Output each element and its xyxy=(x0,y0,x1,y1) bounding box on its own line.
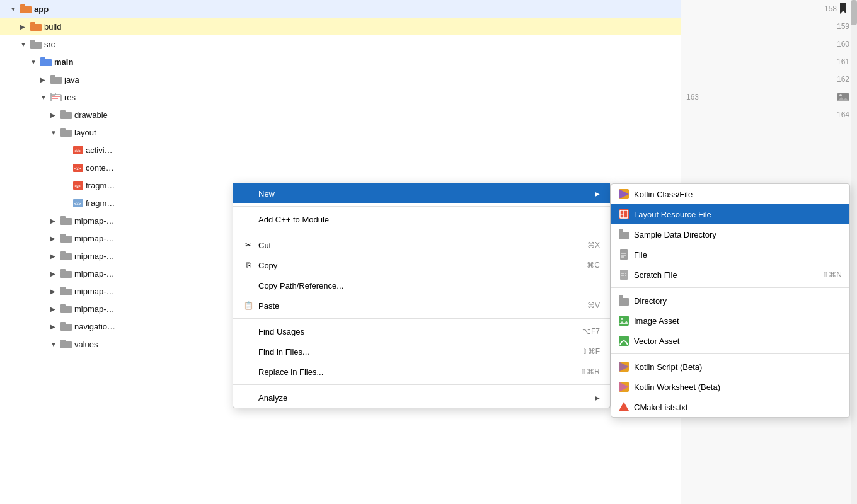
tree-item-java[interactable]: ▶ java xyxy=(0,71,681,88)
scrollbar-thumb[interactable] xyxy=(851,0,857,25)
menu-item-replace-files[interactable]: Replace in Files... ⇧⌘R xyxy=(233,362,610,382)
tree-label-java: java xyxy=(64,75,79,84)
svg-rect-7 xyxy=(40,57,45,60)
folder-icon-mipmap2 xyxy=(60,234,72,243)
arrow-mipmap2: ▶ xyxy=(50,235,60,242)
tree-item-app[interactable]: ▼ app xyxy=(0,0,681,18)
svg-rect-11 xyxy=(51,93,55,95)
tree-item-activi[interactable]: </> activi… xyxy=(0,141,681,159)
svg-rect-14 xyxy=(60,112,72,119)
paste-shortcut: ⌘V xyxy=(587,301,600,310)
arrow-java: ▶ xyxy=(40,76,50,83)
svg-rect-35 xyxy=(60,287,66,289)
svg-rect-15 xyxy=(60,110,66,113)
file-icon-conte: </> xyxy=(73,163,83,172)
folder-icon-mipmap3 xyxy=(60,251,72,260)
arrow-app: ▼ xyxy=(10,6,20,13)
submenu-vector-asset[interactable]: Vector Asset xyxy=(611,331,849,351)
arrow-mipmap6: ▶ xyxy=(50,306,60,312)
add-cpp-icon xyxy=(243,214,253,224)
svg-rect-29 xyxy=(60,234,66,236)
tree-item-drawable[interactable]: ▶ drawable xyxy=(0,106,681,123)
submenu-vector-asset-label: Vector Asset xyxy=(634,336,679,346)
svg-marker-42 xyxy=(840,3,846,14)
menu-find-usages-label: Find Usages xyxy=(258,327,304,336)
cut-icon: ✂ xyxy=(243,240,253,250)
submenu-directory-label: Directory xyxy=(634,296,667,306)
submenu-cmake-label: CMakeLists.txt xyxy=(634,403,687,412)
menu-cut-label: Cut xyxy=(258,241,271,250)
menu-item-new[interactable]: New xyxy=(233,183,610,203)
svg-point-64 xyxy=(621,318,623,320)
image-asset-icon xyxy=(619,316,629,326)
arrow-src: ▼ xyxy=(20,41,30,48)
submenu-layout-resource[interactable]: Layout Resource File xyxy=(611,204,849,224)
arrow-values: ▼ xyxy=(50,341,60,348)
file-icon-activi: </> xyxy=(73,146,83,154)
kotlin-script-icon xyxy=(619,362,629,372)
line-159: 159 xyxy=(681,18,857,35)
arrow-mipmap5: ▶ xyxy=(50,288,60,295)
layout-resource-icon xyxy=(619,209,629,219)
submenu-kotlin-worksheet[interactable]: Kotlin Worksheet (Beta) xyxy=(611,377,849,397)
tree-label-conte: conte… xyxy=(86,163,114,173)
menu-item-find-files[interactable]: Find in Files... ⇧⌘F xyxy=(233,341,610,362)
tree-label-values: values xyxy=(74,340,98,349)
context-menu: New Add C++ to Module ✂ Cut ⌘X ⎘ Copy ⌘C… xyxy=(233,183,611,408)
submenu-layout-resource-label: Layout Resource File xyxy=(634,210,711,219)
submenu-scratch-file[interactable]: Scratch File ⇧⌘N xyxy=(611,265,849,285)
submenu-file[interactable]: File xyxy=(611,244,849,265)
svg-rect-38 xyxy=(60,324,72,331)
submenu-kotlin-worksheet-label: Kotlin Worksheet (Beta) xyxy=(634,382,720,392)
submenu-sample-data[interactable]: Sample Data Directory xyxy=(611,224,849,244)
submenu-image-asset[interactable]: Image Asset xyxy=(611,311,849,331)
menu-item-paste[interactable]: 📋 Paste ⌘V xyxy=(233,295,610,316)
tree-label-main: main xyxy=(54,57,73,67)
line-161: 161 xyxy=(681,53,857,71)
tree-item-res[interactable]: ▼ res xyxy=(0,88,681,106)
svg-text:</>: </> xyxy=(74,166,81,171)
menu-item-cut[interactable]: ✂ Cut ⌘X xyxy=(233,235,610,255)
tree-label-mipmap2: mipmap-… xyxy=(74,234,115,243)
directory-icon xyxy=(619,295,629,306)
svg-rect-1 xyxy=(20,4,25,7)
line-164: 164 xyxy=(681,106,857,123)
menu-item-copy[interactable]: ⎘ Copy ⌘C xyxy=(233,255,610,275)
menu-item-analyze[interactable]: Analyze xyxy=(233,387,610,408)
svg-rect-53 xyxy=(619,229,623,232)
tree-item-conte[interactable]: </> conte… xyxy=(0,159,681,176)
scrollbar-track[interactable] xyxy=(851,0,857,504)
submenu-directory[interactable]: Directory xyxy=(611,290,849,311)
submenu-separator-1 xyxy=(611,287,849,288)
line-160: 160 xyxy=(681,35,857,53)
tree-item-build[interactable]: ▶ build xyxy=(0,18,681,35)
bookmark-icon xyxy=(837,3,849,15)
submenu-cmake[interactable]: CMakeLists.txt xyxy=(611,397,849,417)
menu-add-cpp-label: Add C++ to Module xyxy=(258,215,329,224)
svg-rect-41 xyxy=(60,340,66,342)
tree-item-layout[interactable]: ▼ layout xyxy=(0,123,681,141)
tree-label-mipmap4: mipmap-… xyxy=(74,269,115,278)
line-158: 158 xyxy=(681,0,857,18)
tree-label-layout: layout xyxy=(74,128,96,137)
tree-item-src[interactable]: ▼ src xyxy=(0,35,681,53)
kotlin-worksheet-icon xyxy=(619,382,629,392)
replace-files-icon xyxy=(243,367,253,377)
menu-item-copy-path[interactable]: Copy Path/Reference... xyxy=(233,275,610,295)
file-icon xyxy=(619,249,629,260)
submenu-kotlin-script[interactable]: Kotlin Script (Beta) xyxy=(611,357,849,377)
svg-rect-61 xyxy=(619,298,629,306)
tree-item-main[interactable]: ▼ main xyxy=(0,53,681,71)
vector-asset-icon xyxy=(619,336,629,346)
svg-rect-62 xyxy=(619,295,623,299)
menu-item-add-cpp[interactable]: Add C++ to Module xyxy=(233,209,610,229)
separator-3 xyxy=(233,318,610,319)
menu-item-find-usages[interactable]: Find Usages ⌥F7 xyxy=(233,321,610,341)
svg-rect-40 xyxy=(60,341,72,348)
submenu-kotlin-class[interactable]: Kotlin Class/File xyxy=(611,184,849,204)
svg-rect-39 xyxy=(60,322,66,324)
svg-rect-34 xyxy=(60,289,72,295)
new-icon xyxy=(243,188,253,198)
submenu-kotlin-class-label: Kotlin Class/File xyxy=(634,190,693,199)
folder-icon-drawable xyxy=(60,110,72,119)
